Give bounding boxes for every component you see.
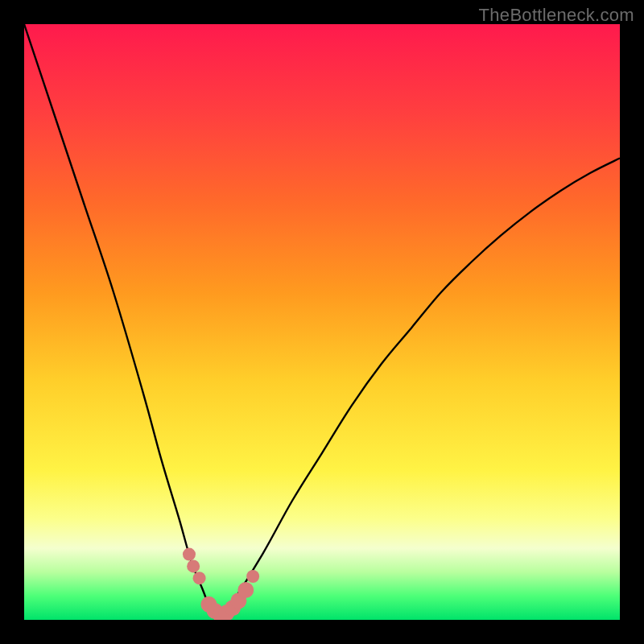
chart-svg [24, 24, 620, 620]
watermark-text: TheBottleneck.com [479, 5, 634, 26]
valley-marker [187, 559, 200, 572]
valley-marker [183, 548, 196, 561]
valley-markers [183, 548, 259, 620]
valley-marker [237, 582, 254, 598]
valley-marker [193, 572, 206, 584]
left-branch-curve [24, 24, 221, 617]
right-branch-curve [221, 159, 620, 617]
chart-frame [24, 24, 620, 620]
valley-marker [246, 570, 259, 583]
